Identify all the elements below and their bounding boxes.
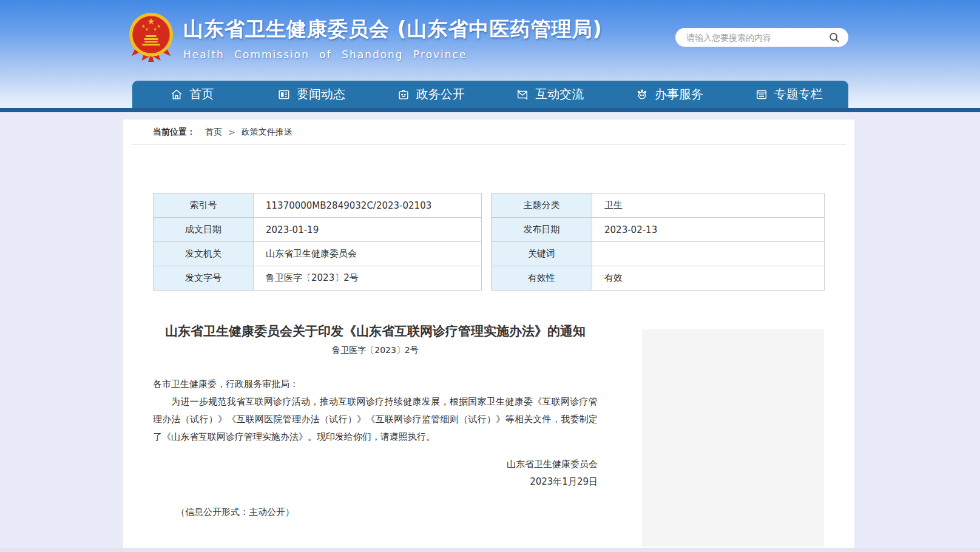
nav-item-label: 首页 xyxy=(189,86,214,103)
home-icon xyxy=(170,88,183,101)
doc-meta-table-left: 索引号 11370000MB2849032C/2023-02103 成文日期 2… xyxy=(153,193,482,291)
site-subtitle: Health Commission of Shandong Province xyxy=(183,49,603,61)
nav-item-news[interactable]: 要闻动态 xyxy=(252,81,371,108)
signer-name: 山东省卫生健康委员会 xyxy=(153,456,598,473)
table-row: 发文字号 鲁卫医字〔2023〕2号 xyxy=(154,266,482,291)
gov-open-icon xyxy=(397,88,410,101)
topics-icon xyxy=(755,88,768,101)
table-row: 发布日期 2023-02-13 xyxy=(492,218,825,242)
nav-item-gov-open[interactable]: 政务公开 xyxy=(371,81,490,108)
table-row: 有效性 有效 xyxy=(492,266,825,291)
article-title: 山东省卫生健康委员会关于印发《山东省互联网诊疗管理实施办法》的通知 xyxy=(153,322,598,341)
nav-item-home[interactable]: 首页 xyxy=(132,81,252,108)
breadcrumb-divider xyxy=(131,144,847,145)
header-divider-bar xyxy=(0,108,980,112)
table-row: 发文机关 山东省卫生健康委员会 xyxy=(154,242,482,266)
meta-value: 11370000MB2849032C/2023-02103 xyxy=(254,194,482,218)
search-icon[interactable] xyxy=(828,31,841,44)
main-content: 当前位置： 首页 > 政策文件推送 索引号 11370000MB2849032C… xyxy=(123,119,854,548)
nav-item-topics[interactable]: 专题专栏 xyxy=(729,81,848,108)
breadcrumb-home-link[interactable]: 首页 xyxy=(205,127,222,138)
breadcrumb: 当前位置： 首页 > 政策文件推送 xyxy=(123,119,854,144)
nav-item-interaction[interactable]: 互动交流 xyxy=(490,81,610,108)
doc-meta-tables: 索引号 11370000MB2849032C/2023-02103 成文日期 2… xyxy=(153,193,854,291)
meta-label: 发文机关 xyxy=(154,242,254,266)
doc-meta-table-right: 主题分类 卫生 发布日期 2023-02-13 关键词 有效性 有效 xyxy=(491,193,825,291)
table-row: 主题分类 卫生 xyxy=(492,194,825,218)
meta-value: 卫生 xyxy=(592,194,825,218)
search-input[interactable] xyxy=(686,33,828,42)
table-row: 成文日期 2023-01-19 xyxy=(154,218,482,242)
disclosure-note: （信息公开形式：主动公开） xyxy=(153,507,598,518)
article-salutation: 各市卫生健康委，行政服务审批局： xyxy=(153,375,598,393)
main-nav: 首页 要闻动态 政务公开 互动交流 xyxy=(132,81,848,108)
meta-value: 鲁卫医字〔2023〕2号 xyxy=(254,266,482,291)
nav-item-label: 政务公开 xyxy=(416,86,465,103)
meta-value: 有效 xyxy=(592,266,825,291)
article: 山东省卫生健康委员会关于印发《山东省互联网诊疗管理实施办法》的通知 鲁卫医字〔2… xyxy=(153,322,598,518)
sign-date: 2023年1月29日 xyxy=(153,473,598,491)
national-emblem-icon xyxy=(127,11,175,63)
meta-value: 2023-01-19 xyxy=(254,218,482,242)
footer-strip xyxy=(0,548,980,552)
meta-label: 发文字号 xyxy=(154,266,254,291)
site-brand[interactable]: 山东省卫生健康委员会 (山东省中医药管理局) Health Commission… xyxy=(127,7,603,63)
signature-block: 山东省卫生健康委员会 2023年1月29日 xyxy=(153,456,598,491)
news-icon xyxy=(277,88,291,101)
meta-label: 索引号 xyxy=(154,194,254,218)
article-body: 各市卫生健康委，行政服务审批局： 为进一步规范我省互联网诊疗活动，推动互联网诊疗… xyxy=(153,375,598,446)
table-row: 索引号 11370000MB2849032C/2023-02103 xyxy=(154,194,482,218)
nav-item-label: 办事服务 xyxy=(655,86,703,103)
nav-item-label: 要闻动态 xyxy=(297,86,345,103)
breadcrumb-current-link[interactable]: 政策文件推送 xyxy=(242,127,292,138)
search-box xyxy=(675,28,848,47)
meta-label: 关键词 xyxy=(492,242,592,266)
meta-label: 发布日期 xyxy=(492,218,592,242)
table-row: 关键词 xyxy=(492,242,825,266)
nav-item-services[interactable]: 办事服务 xyxy=(610,81,729,108)
services-icon xyxy=(635,88,649,101)
breadcrumb-separator: > xyxy=(228,127,235,137)
article-doc-number: 鲁卫医字〔2023〕2号 xyxy=(153,345,598,356)
interaction-icon xyxy=(516,88,529,101)
meta-label: 有效性 xyxy=(492,266,592,291)
nav-item-label: 互动交流 xyxy=(535,86,584,103)
meta-label: 主题分类 xyxy=(492,194,592,218)
meta-value xyxy=(592,242,825,266)
attachment-panel xyxy=(642,329,824,547)
breadcrumb-label: 当前位置： xyxy=(153,127,195,138)
nav-item-label: 专题专栏 xyxy=(774,86,823,103)
meta-table-gap xyxy=(482,193,491,291)
article-paragraph: 为进一步规范我省互联网诊疗活动，推动互联网诊疗持续健康发展，根据国家卫生健康委《… xyxy=(153,393,598,446)
site-title: 山东省卫生健康委员会 (山东省中医药管理局) xyxy=(183,16,603,43)
meta-value: 2023-02-13 xyxy=(592,218,825,242)
meta-label: 成文日期 xyxy=(154,218,254,242)
meta-value: 山东省卫生健康委员会 xyxy=(254,242,482,266)
